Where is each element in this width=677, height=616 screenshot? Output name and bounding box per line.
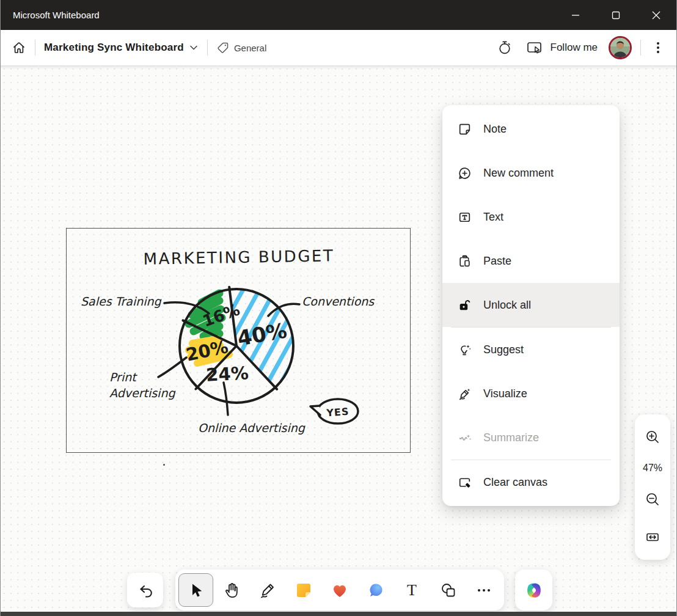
label-print-line2: Advertising bbox=[109, 386, 175, 400]
label-online-advertising: Online Advertising bbox=[198, 421, 306, 435]
menu-label: New comment bbox=[483, 167, 554, 180]
header-divider-2 bbox=[207, 40, 208, 56]
menu-label: Text bbox=[483, 211, 503, 224]
pct-online-advertising: 24% bbox=[205, 362, 249, 386]
ink-tool-button[interactable] bbox=[251, 573, 285, 607]
shapes-icon bbox=[439, 581, 457, 600]
text-icon bbox=[456, 209, 472, 225]
pen-icon bbox=[258, 581, 277, 600]
menu-item-note[interactable]: Note bbox=[442, 107, 620, 151]
board-title-dropdown[interactable]: Marketing Sync Whiteboard bbox=[42, 40, 201, 55]
comment-bubble-icon bbox=[367, 581, 385, 600]
home-button[interactable] bbox=[9, 38, 29, 57]
menu-label: Unlock all bbox=[483, 299, 531, 312]
menu-label: Paste bbox=[483, 255, 511, 268]
zoom-level: 47% bbox=[643, 463, 662, 474]
yes-annotation: YES bbox=[310, 399, 358, 424]
menu-item-paste[interactable]: Paste bbox=[442, 239, 620, 283]
minimize-button[interactable] bbox=[555, 0, 596, 30]
copilot-icon bbox=[524, 580, 544, 601]
select-tool-button[interactable] bbox=[178, 573, 213, 607]
minimize-icon bbox=[571, 11, 580, 20]
maximize-button[interactable] bbox=[596, 0, 636, 30]
undo-icon bbox=[136, 581, 155, 600]
tag-icon bbox=[216, 41, 230, 54]
undo-button[interactable] bbox=[131, 576, 159, 604]
menu-item-text[interactable]: Text bbox=[442, 195, 620, 239]
more-options-button[interactable] bbox=[650, 38, 667, 57]
menu-item-unlock-all[interactable]: Unlock all bbox=[442, 283, 620, 327]
yes-text: YES bbox=[326, 406, 349, 419]
menu-label: Visualize bbox=[483, 387, 527, 400]
unlock-icon bbox=[456, 297, 472, 313]
whiteboard-canvas[interactable]: MARKETING BUDGET bbox=[1, 65, 676, 612]
menu-item-summarize: Summarize bbox=[442, 416, 620, 460]
tag-label: General bbox=[234, 43, 266, 53]
menu-label: Clear canvas bbox=[483, 476, 547, 489]
shapes-tool-button[interactable] bbox=[430, 573, 465, 607]
visualize-icon bbox=[456, 386, 472, 402]
timer-button[interactable] bbox=[494, 37, 515, 58]
app-title: Microsoft Whiteboard bbox=[1, 10, 555, 20]
maximize-icon bbox=[612, 11, 620, 20]
home-icon bbox=[12, 40, 26, 55]
fit-to-screen-icon bbox=[645, 529, 661, 545]
svg-text:T: T bbox=[407, 581, 417, 599]
titlebar: Microsoft Whiteboard bbox=[1, 0, 676, 30]
zoom-panel: 47% bbox=[635, 414, 670, 560]
suggest-icon bbox=[456, 342, 472, 358]
label-print-line1: Print bbox=[109, 370, 137, 384]
copilot-panel bbox=[515, 570, 552, 610]
menu-item-visualize[interactable]: Visualize bbox=[442, 372, 620, 416]
header-divider-3 bbox=[640, 40, 641, 56]
close-button[interactable] bbox=[636, 0, 676, 30]
comment-tool-button[interactable] bbox=[358, 573, 393, 607]
marketing-budget-drawing[interactable]: MARKETING BUDGET bbox=[66, 228, 411, 453]
close-icon bbox=[652, 11, 661, 20]
ellipsis-icon bbox=[475, 581, 493, 600]
zoom-in-icon bbox=[645, 429, 661, 445]
text-tool-button[interactable]: T bbox=[394, 573, 429, 607]
avatar[interactable] bbox=[609, 36, 632, 59]
label-sales-training: Sales Training bbox=[81, 295, 162, 308]
undo-panel bbox=[127, 573, 163, 607]
follow-me-icon bbox=[526, 40, 543, 56]
zoom-out-button[interactable] bbox=[640, 487, 665, 512]
menu-item-clear-canvas[interactable]: Clear canvas bbox=[442, 460, 620, 504]
category-tag[interactable]: General bbox=[214, 40, 269, 56]
main-toolbar: T bbox=[175, 570, 504, 610]
sticky-note-icon bbox=[295, 581, 313, 600]
fit-to-screen-button[interactable] bbox=[640, 525, 665, 549]
window-bottom-edge bbox=[1, 612, 676, 616]
kebab-menu-icon bbox=[652, 40, 664, 55]
menu-label: Suggest bbox=[483, 343, 524, 356]
select-cursor-icon bbox=[186, 581, 205, 600]
zoom-in-button[interactable] bbox=[640, 425, 665, 449]
timer-icon bbox=[497, 40, 513, 56]
summarize-icon bbox=[456, 430, 472, 446]
pan-tool-button[interactable] bbox=[214, 573, 249, 607]
menu-item-new-comment[interactable]: New comment bbox=[442, 151, 620, 195]
drawing-title: MARKETING BUDGET bbox=[143, 246, 334, 268]
menu-item-suggest[interactable]: Suggest bbox=[442, 328, 620, 372]
ink-dot bbox=[163, 464, 165, 466]
canvas-context-menu: Note New comment Text bbox=[442, 105, 620, 506]
reaction-tool-button[interactable] bbox=[323, 573, 357, 607]
heart-icon bbox=[331, 581, 349, 600]
zoom-out-icon bbox=[645, 491, 661, 507]
label-conventions: Conventions bbox=[302, 295, 375, 308]
follow-me-button[interactable]: Follow me bbox=[524, 38, 600, 57]
clear-canvas-icon bbox=[456, 474, 472, 490]
board-title: Marketing Sync Whiteboard bbox=[44, 42, 184, 54]
menu-label: Note bbox=[483, 123, 507, 136]
more-tools-button[interactable] bbox=[466, 573, 501, 607]
sticky-note-tool-button[interactable] bbox=[287, 573, 321, 607]
new-comment-icon bbox=[456, 165, 472, 181]
menu-label: Summarize bbox=[483, 431, 539, 444]
header: Marketing Sync Whiteboard General bbox=[1, 30, 676, 65]
app-window: Microsoft Whiteboard Marketing bbox=[0, 0, 677, 616]
note-icon bbox=[456, 121, 472, 137]
copilot-button[interactable] bbox=[519, 575, 549, 606]
hand-icon bbox=[222, 581, 241, 600]
follow-me-label: Follow me bbox=[551, 42, 598, 54]
